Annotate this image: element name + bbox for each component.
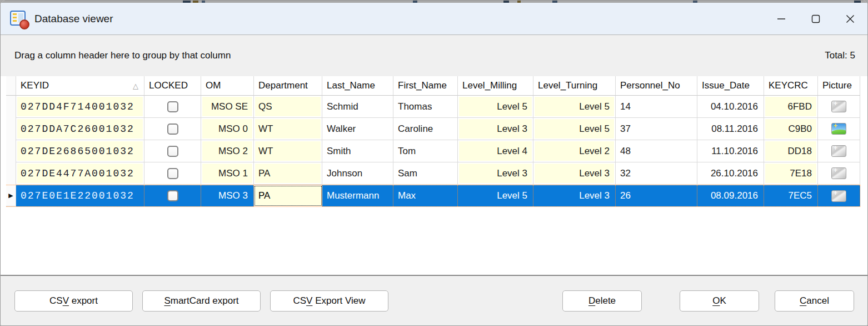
cell-locked[interactable]: [144, 96, 201, 118]
cell-issue_date[interactable]: 08.11.2016: [697, 118, 764, 140]
csv-export-view-button[interactable]: CSV Export View: [270, 290, 388, 312]
cell-department[interactable]: QS: [254, 96, 322, 118]
column-header-label: Issue_Date: [702, 80, 750, 91]
column-header-last_name[interactable]: Last_Name: [322, 76, 393, 96]
cell-picture[interactable]: [818, 185, 860, 206]
cell-level_milling[interactable]: Level 4: [458, 140, 533, 162]
cell-level_turning[interactable]: Level 2: [533, 140, 616, 162]
cell-first_name[interactable]: Max: [393, 185, 458, 206]
cell-om[interactable]: MSO 0: [201, 118, 254, 140]
table-row[interactable]: 027DDA7C26001032MSO 0WTWalkerCarolineLev…: [6, 118, 860, 140]
cell-locked[interactable]: [144, 118, 201, 140]
column-header-label: Personnel_No: [620, 80, 680, 91]
cell-keyid[interactable]: 027DDA7C26001032: [16, 118, 144, 140]
cell-last_name[interactable]: Mustermann: [322, 185, 393, 206]
cell-keycrc[interactable]: 7E18: [764, 162, 818, 185]
cell-personnel_no[interactable]: 26: [616, 185, 697, 206]
cell-om[interactable]: MSO 3: [201, 185, 254, 206]
cell-om[interactable]: MSO 1: [201, 162, 254, 185]
column-header-personnel_no[interactable]: Personnel_No: [616, 76, 697, 96]
cell-keyid[interactable]: 027DE26865001032: [16, 140, 144, 162]
column-header-department[interactable]: Department: [254, 76, 322, 96]
column-header-picture[interactable]: Picture: [818, 76, 860, 96]
cell-issue_date[interactable]: 26.10.2016: [697, 162, 764, 185]
cell-om[interactable]: MSO SE: [201, 96, 254, 118]
column-header-om[interactable]: OM: [201, 76, 254, 96]
cell-keycrc[interactable]: 7EC5: [764, 185, 818, 206]
cancel-button[interactable]: Cancel: [775, 290, 854, 312]
maximize-button[interactable]: [799, 3, 833, 34]
cell-department[interactable]: PA: [254, 162, 322, 185]
locked-checkbox[interactable]: [167, 190, 178, 201]
cell-level_milling[interactable]: Level 5: [458, 185, 533, 206]
cell-keycrc[interactable]: DD18: [764, 140, 818, 162]
cell-keycrc[interactable]: 6FBD: [764, 96, 818, 118]
locked-checkbox[interactable]: [167, 101, 178, 112]
cell-level_turning[interactable]: Level 3: [533, 185, 616, 206]
cell-picture[interactable]: [818, 118, 860, 140]
column-header-issue_date[interactable]: Issue_Date: [697, 76, 764, 96]
table-row[interactable]: ▶027E0E1E22001032MSO 3PAMustermannMaxLev…: [6, 185, 860, 207]
csv-export-button[interactable]: CSV export: [14, 290, 133, 312]
table-row[interactable]: 027DD4F714001032MSO SEQSSchmidThomasLeve…: [6, 96, 860, 118]
cell-level_turning[interactable]: Level 5: [533, 96, 616, 118]
button-bar: CSV exportSmartCard exportCSV Export Vie…: [1, 276, 867, 325]
cell-department[interactable]: WT: [254, 140, 322, 162]
cell-first_name[interactable]: Sam: [393, 162, 458, 185]
cell-level_turning[interactable]: Level 5: [533, 118, 616, 140]
locked-checkbox[interactable]: [167, 168, 178, 179]
cell-department[interactable]: WT: [254, 118, 322, 140]
column-header-keycrc[interactable]: KEYCRC: [764, 76, 818, 96]
data-grid-section: KEYID△LOCKEDOMDepartmentLast_NameFirst_N…: [1, 76, 867, 276]
locked-checkbox[interactable]: [167, 124, 178, 135]
cell-locked[interactable]: [144, 140, 201, 162]
cell-locked[interactable]: [144, 185, 201, 206]
cell-first_name[interactable]: Tom: [393, 140, 458, 162]
cell-picture[interactable]: [818, 140, 860, 162]
cell-last_name[interactable]: Walker: [322, 118, 393, 140]
row-indicator-cell: ▶: [6, 185, 16, 206]
cell-picture[interactable]: [818, 162, 860, 185]
column-header-level_turning[interactable]: Level_Turning: [533, 76, 616, 96]
close-button[interactable]: [833, 3, 867, 34]
column-header-keyid[interactable]: KEYID△: [16, 76, 144, 96]
cell-locked[interactable]: [144, 162, 201, 185]
column-header-level_milling[interactable]: Level_Milling: [458, 76, 533, 96]
cell-keyid[interactable]: 027E0E1E22001032: [16, 185, 144, 206]
cell-personnel_no[interactable]: 14: [616, 96, 697, 118]
cell-last_name[interactable]: Schmid: [322, 96, 393, 118]
column-header-label: Level_Milling: [462, 80, 517, 91]
cell-personnel_no[interactable]: 48: [616, 140, 697, 162]
ok-button[interactable]: OK: [680, 290, 759, 312]
table-row[interactable]: 027DE4477A001032MSO 1PAJohnsonSamLevel 3…: [6, 162, 860, 185]
cell-keycrc[interactable]: C9B0: [764, 118, 818, 140]
cell-keyid[interactable]: 027DD4F714001032: [16, 96, 144, 118]
group-by-panel[interactable]: Drag a column header here to group by th…: [1, 35, 867, 76]
cell-department[interactable]: PA: [254, 185, 322, 206]
cell-issue_date[interactable]: 11.10.2016: [697, 140, 764, 162]
cell-level_milling[interactable]: Level 5: [458, 96, 533, 118]
cell-personnel_no[interactable]: 32: [616, 162, 697, 185]
cell-level_turning[interactable]: Level 3: [533, 162, 616, 185]
smartcard-export-button[interactable]: SmartCard export: [142, 290, 261, 312]
cell-personnel_no[interactable]: 37: [616, 118, 697, 140]
cell-level_milling[interactable]: Level 3: [458, 118, 533, 140]
table-row[interactable]: 027DE26865001032MSO 2WTSmithTomLevel 4Le…: [6, 140, 860, 162]
image-placeholder-icon: [831, 145, 846, 157]
cell-last_name[interactable]: Johnson: [322, 162, 393, 185]
column-header-first_name[interactable]: First_Name: [393, 76, 458, 96]
cell-level_milling[interactable]: Level 3: [458, 162, 533, 185]
cell-first_name[interactable]: Thomas: [393, 96, 458, 118]
cell-last_name[interactable]: Smith: [322, 140, 393, 162]
delete-button[interactable]: Delete: [562, 290, 642, 312]
cell-om[interactable]: MSO 2: [201, 140, 254, 162]
minimize-button[interactable]: [764, 3, 799, 34]
locked-checkbox[interactable]: [167, 146, 178, 157]
cell-issue_date[interactable]: 08.09.2016: [697, 185, 764, 206]
cell-issue_date[interactable]: 04.10.2016: [697, 96, 764, 118]
cell-first_name[interactable]: Caroline: [393, 118, 458, 140]
cell-picture[interactable]: [818, 96, 860, 118]
row-indicator-cell: [6, 140, 16, 162]
column-header-locked[interactable]: LOCKED: [144, 76, 201, 96]
cell-keyid[interactable]: 027DE4477A001032: [16, 162, 144, 185]
